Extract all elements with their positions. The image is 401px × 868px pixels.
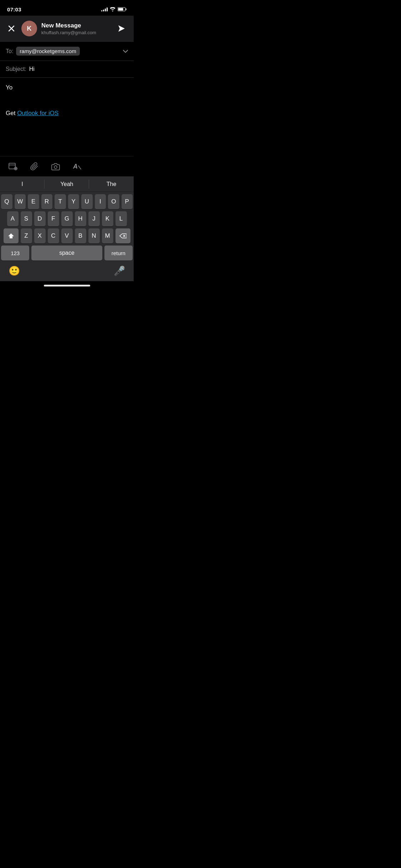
key-h[interactable]: H (75, 211, 86, 226)
key-y[interactable]: Y (68, 194, 79, 209)
svg-marker-14 (8, 233, 14, 238)
status-bar: 07:03 (0, 0, 134, 16)
subject-label: Subject: (6, 66, 26, 72)
body-text: Yo (6, 83, 128, 92)
key-x[interactable]: X (34, 228, 46, 243)
autocomplete-bar: I Yeah The (0, 176, 134, 192)
keyboard-row-3: Z X C V B N M (0, 226, 134, 243)
space-key[interactable]: space (31, 246, 102, 260)
svg-point-11 (54, 166, 57, 169)
svg-line-13 (78, 166, 81, 169)
attach-button[interactable] (7, 161, 19, 172)
format-button[interactable]: A (71, 161, 83, 172)
svg-text:A: A (73, 163, 78, 170)
return-key[interactable]: return (104, 246, 133, 260)
compose-toolbar: A (0, 156, 134, 176)
key-w[interactable]: W (15, 194, 26, 209)
keyboard-row-1: Q W E R T Y U I O P (0, 192, 134, 209)
chevron-down-icon[interactable] (123, 48, 128, 54)
key-m[interactable]: M (102, 228, 113, 243)
mic-button[interactable]: 🎤 (114, 265, 125, 277)
key-n[interactable]: N (88, 228, 100, 243)
svg-marker-5 (118, 25, 125, 32)
battery-icon (118, 7, 127, 11)
compose-header: K New Message khuffash.ramy@gmail.com (0, 16, 134, 42)
svg-rect-2 (118, 8, 123, 11)
autocomplete-item-1[interactable]: I (0, 176, 45, 192)
signal-icon (101, 7, 108, 11)
to-label: To: (6, 48, 13, 55)
body-signature: Get Outlook for iOS (6, 109, 128, 118)
backspace-key[interactable] (115, 228, 130, 243)
outlook-link[interactable]: Outlook for iOS (17, 110, 58, 117)
shift-key[interactable] (4, 228, 19, 243)
close-button[interactable] (6, 23, 17, 34)
key-o[interactable]: O (108, 194, 119, 209)
key-q[interactable]: Q (1, 194, 12, 209)
key-i[interactable]: I (95, 194, 106, 209)
keyboard: Q W E R T Y U I O P A S D F G H J K L Z … (0, 192, 134, 263)
email-body[interactable]: Yo Get Outlook for iOS (0, 78, 134, 156)
send-button[interactable] (115, 22, 128, 35)
attachment-icon[interactable] (29, 161, 40, 172)
key-u[interactable]: U (81, 194, 93, 209)
key-s[interactable]: S (21, 211, 32, 226)
signature-prefix: Get (6, 110, 17, 117)
bottom-bar: 🙂 🎤 (0, 263, 134, 281)
key-b[interactable]: B (75, 228, 86, 243)
recipient-chip[interactable]: ramy@rocketgems.com (16, 47, 80, 56)
emoji-button[interactable]: 🙂 (9, 265, 20, 277)
key-j[interactable]: J (88, 211, 100, 226)
camera-button[interactable] (50, 161, 61, 172)
key-t[interactable]: T (55, 194, 66, 209)
numbers-key[interactable]: 123 (1, 246, 29, 260)
key-d[interactable]: D (34, 211, 46, 226)
wifi-icon (110, 7, 115, 11)
key-l[interactable]: L (115, 211, 127, 226)
home-indicator (44, 285, 90, 286)
compose-title: New Message (41, 22, 111, 29)
subject-field[interactable]: Subject: Hi (0, 61, 134, 78)
key-g[interactable]: G (61, 211, 73, 226)
keyboard-bottom-row: 123 space return (0, 243, 134, 263)
avatar: K (21, 21, 37, 36)
status-icons (101, 7, 127, 11)
key-p[interactable]: P (122, 194, 133, 209)
autocomplete-item-2[interactable]: Yeah (45, 176, 89, 192)
svg-rect-1 (126, 9, 127, 10)
key-c[interactable]: C (48, 228, 59, 243)
compose-title-area: New Message khuffash.ramy@gmail.com (41, 22, 111, 35)
key-r[interactable]: R (41, 194, 53, 209)
subject-value: Hi (29, 66, 35, 72)
autocomplete-item-3[interactable]: The (89, 176, 134, 192)
key-f[interactable]: F (48, 211, 59, 226)
key-k[interactable]: K (102, 211, 113, 226)
key-e[interactable]: E (28, 194, 39, 209)
key-a[interactable]: A (7, 211, 19, 226)
key-z[interactable]: Z (21, 228, 32, 243)
compose-subtitle: khuffash.ramy@gmail.com (41, 30, 111, 35)
to-field[interactable]: To: ramy@rocketgems.com (0, 42, 134, 61)
keyboard-row-2: A S D F G H J K L (0, 209, 134, 226)
key-v[interactable]: V (61, 228, 73, 243)
status-time: 07:03 (7, 6, 21, 12)
